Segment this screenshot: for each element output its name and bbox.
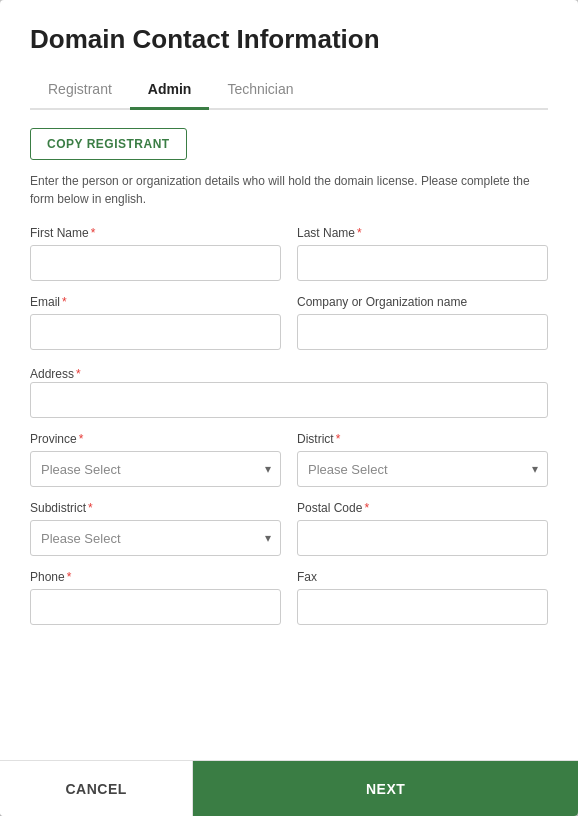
- district-label: District*: [297, 432, 548, 446]
- tab-admin[interactable]: Admin: [130, 73, 210, 110]
- subdistrict-label: Subdistrict*: [30, 501, 281, 515]
- district-select[interactable]: Please Select: [297, 451, 548, 487]
- district-group: District* Please Select ▾: [297, 432, 548, 487]
- province-district-row: Province* Please Select ▾ District* Plea…: [30, 432, 548, 487]
- province-required: *: [79, 432, 84, 446]
- fax-group: Fax: [297, 570, 548, 625]
- copy-registrant-button[interactable]: COPY REGISTRANT: [30, 128, 187, 160]
- phone-input[interactable]: [30, 589, 281, 625]
- district-required: *: [336, 432, 341, 446]
- company-label: Company or Organization name: [297, 295, 548, 309]
- subdistrict-group: Subdistrict* Please Select ▾: [30, 501, 281, 556]
- modal-title: Domain Contact Information: [30, 24, 548, 55]
- province-select-wrapper: Please Select ▾: [30, 451, 281, 487]
- fax-label: Fax: [297, 570, 548, 584]
- phone-label: Phone*: [30, 570, 281, 584]
- tab-registrant[interactable]: Registrant: [30, 73, 130, 110]
- subdistrict-required: *: [88, 501, 93, 515]
- district-select-wrapper: Please Select ▾: [297, 451, 548, 487]
- postal-code-input[interactable]: [297, 520, 548, 556]
- province-select[interactable]: Please Select: [30, 451, 281, 487]
- form-description: Enter the person or organization details…: [30, 172, 548, 208]
- next-button[interactable]: NEXT: [193, 761, 578, 816]
- cancel-button[interactable]: CANCEL: [0, 761, 193, 816]
- postal-code-label: Postal Code*: [297, 501, 548, 515]
- address-input[interactable]: [30, 382, 548, 418]
- subdistrict-select[interactable]: Please Select: [30, 520, 281, 556]
- modal-container: Domain Contact Information Registrant Ad…: [0, 0, 578, 816]
- phone-required: *: [67, 570, 72, 584]
- name-row: First Name* Last Name*: [30, 226, 548, 281]
- modal-body: Domain Contact Information Registrant Ad…: [0, 0, 578, 760]
- province-group: Province* Please Select ▾: [30, 432, 281, 487]
- company-group: Company or Organization name: [297, 295, 548, 350]
- tab-bar: Registrant Admin Technician: [30, 73, 548, 110]
- postal-code-group: Postal Code*: [297, 501, 548, 556]
- first-name-label: First Name*: [30, 226, 281, 240]
- last-name-input[interactable]: [297, 245, 548, 281]
- postal-code-required: *: [364, 501, 369, 515]
- subdistrict-select-wrapper: Please Select ▾: [30, 520, 281, 556]
- address-label: Address*: [30, 367, 81, 381]
- province-label: Province*: [30, 432, 281, 446]
- last-name-group: Last Name*: [297, 226, 548, 281]
- first-name-required: *: [91, 226, 96, 240]
- email-company-row: Email* Company or Organization name: [30, 295, 548, 350]
- email-input[interactable]: [30, 314, 281, 350]
- email-label: Email*: [30, 295, 281, 309]
- email-group: Email*: [30, 295, 281, 350]
- tab-technician[interactable]: Technician: [209, 73, 311, 110]
- email-required: *: [62, 295, 67, 309]
- company-input[interactable]: [297, 314, 548, 350]
- address-row: Address*: [30, 364, 548, 418]
- first-name-group: First Name*: [30, 226, 281, 281]
- fax-input[interactable]: [297, 589, 548, 625]
- phone-group: Phone*: [30, 570, 281, 625]
- address-required: *: [76, 367, 81, 381]
- last-name-required: *: [357, 226, 362, 240]
- last-name-label: Last Name*: [297, 226, 548, 240]
- modal-footer: CANCEL NEXT: [0, 760, 578, 816]
- first-name-input[interactable]: [30, 245, 281, 281]
- phone-fax-row: Phone* Fax: [30, 570, 548, 625]
- subdistrict-postal-row: Subdistrict* Please Select ▾ Postal Code…: [30, 501, 548, 556]
